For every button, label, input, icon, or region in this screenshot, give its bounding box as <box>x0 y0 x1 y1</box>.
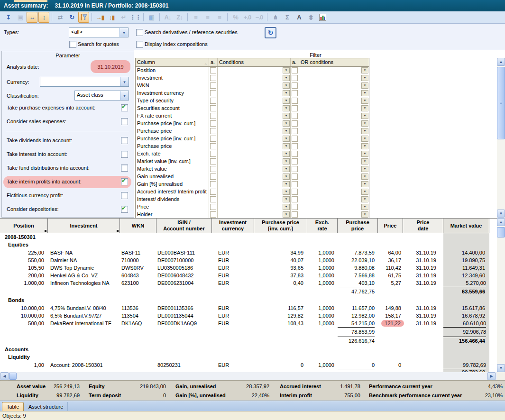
filter-conditions-cell[interactable]: ▼ <box>218 173 291 181</box>
filter-or-checkbox[interactable] <box>292 105 298 111</box>
filter-or-conditions-cell[interactable]: ▼ <box>299 120 369 128</box>
filter-or-checkbox[interactable] <box>292 136 298 142</box>
filter-or-conditions-cell[interactable]: ▼ <box>299 90 369 97</box>
fit-width-icon[interactable]: ↔ <box>27 12 37 23</box>
or-conditions-dropdown-button[interactable]: ▼ <box>361 211 368 218</box>
filter-scrollbar[interactable]: ▲ ≡ ▼ <box>497 58 505 218</box>
filter-header-and[interactable]: a. <box>209 58 218 66</box>
column-header-isin[interactable]: ISIN / Account number <box>156 219 212 233</box>
or-conditions-dropdown-button[interactable]: ▼ <box>361 113 368 119</box>
tab-table[interactable]: Table <box>2 402 24 411</box>
conditions-dropdown-button[interactable]: ▼ <box>283 128 290 134</box>
parameter-option-checkbox[interactable]: ✔ <box>121 104 128 111</box>
add-decimal-icon[interactable]: +.0 <box>242 12 253 23</box>
chart-icon[interactable] <box>317 12 328 23</box>
filter-or-conditions-cell[interactable]: ▼ <box>299 74 369 82</box>
currency-dropdown[interactable]: ▾ <box>40 77 129 87</box>
filter-conditions-cell[interactable]: ▼ <box>218 74 291 82</box>
parameter-option-checkbox[interactable] <box>121 151 128 158</box>
filter-or-checkbox[interactable] <box>292 158 298 164</box>
percent-icon[interactable]: % <box>230 12 241 23</box>
table-row[interactable]: 10.000,006,5% Bundanl.V.97/27113504DE000… <box>0 312 497 320</box>
filter-and-checkbox[interactable] <box>210 75 216 81</box>
filter-or-checkbox[interactable] <box>292 128 298 134</box>
filter-or-conditions-cell[interactable]: ▼ <box>299 165 369 173</box>
or-conditions-dropdown-button[interactable]: ▼ <box>361 151 368 157</box>
filter-conditions-cell[interactable]: ▼ <box>218 158 291 165</box>
conditions-dropdown-button[interactable]: ▼ <box>283 90 290 96</box>
sum-icon[interactable]: Σ <box>282 12 293 23</box>
or-conditions-dropdown-button[interactable]: ▼ <box>361 181 368 187</box>
return-icon[interactable]: ↵ <box>118 12 129 23</box>
parameter-option-checkbox[interactable]: ✔ <box>121 178 128 185</box>
filter-or-conditions-cell[interactable]: ▼ <box>299 112 369 120</box>
scroll-left-icon[interactable]: ◀ <box>0 372 9 380</box>
filter-conditions-cell[interactable]: ▼ <box>218 135 291 143</box>
filter-and-checkbox[interactable] <box>210 189 216 195</box>
parameter-option-checkbox[interactable] <box>121 137 128 144</box>
filter-or-conditions-cell[interactable]: ▼ <box>299 158 369 165</box>
filter-conditions-cell[interactable]: ▼ <box>218 181 291 188</box>
filter-and-checkbox[interactable] <box>210 158 216 164</box>
analysis-date-field[interactable]: 31.10.2019 <box>92 62 129 72</box>
filter-conditions-cell[interactable]: ▼ <box>218 143 291 150</box>
filter-conditions-cell[interactable]: ▼ <box>218 128 291 135</box>
filter-or-checkbox[interactable] <box>292 196 298 202</box>
filter-and-checkbox[interactable] <box>210 211 216 218</box>
filter-or-checkbox[interactable] <box>292 75 298 81</box>
filter-or-checkbox[interactable] <box>292 113 298 119</box>
table-scrollbar-horizontal[interactable]: ◀ ▶ <box>0 372 505 380</box>
sort-az-icon[interactable]: A↓ <box>162 12 173 23</box>
or-conditions-dropdown-button[interactable]: ▼ <box>361 90 368 96</box>
filter-header-column[interactable]: Column▵ <box>136 58 209 66</box>
filter-header-or-conditions[interactable]: OR conditions <box>299 58 369 66</box>
filter-or-checkbox[interactable] <box>292 98 298 104</box>
filter-or-checkbox[interactable] <box>292 90 298 96</box>
table-row[interactable]: 10.000,004,75% Bundanl.V. 08/40113536DE0… <box>0 304 497 312</box>
parameter-option-checkbox[interactable]: ✔ <box>121 206 128 213</box>
conditions-dropdown-button[interactable]: ▼ <box>283 211 290 218</box>
filter-conditions-cell[interactable]: ▼ <box>218 67 291 74</box>
filter-header-conditions[interactable]: Conditions <box>218 58 291 66</box>
filter-and-checkbox[interactable] <box>210 181 216 187</box>
filter-settings-icon[interactable]: ⋔ <box>270 12 281 23</box>
or-conditions-dropdown-button[interactable]: ▼ <box>361 173 368 180</box>
series-settings-icon[interactable]: ⋕ <box>305 12 316 23</box>
filter-conditions-cell[interactable]: ▼ <box>218 90 291 97</box>
or-conditions-dropdown-button[interactable]: ▼ <box>361 67 368 73</box>
filter-or-checkbox[interactable] <box>292 120 298 127</box>
chevron-down-icon[interactable]: ▾ <box>120 77 129 86</box>
or-conditions-dropdown-button[interactable]: ▼ <box>361 75 368 81</box>
or-conditions-dropdown-button[interactable]: ▼ <box>361 158 368 164</box>
align-center-icon[interactable]: ≡ <box>202 12 213 23</box>
or-conditions-dropdown-button[interactable]: ▼ <box>361 189 368 195</box>
filter-icon[interactable] <box>78 12 89 23</box>
filter-or-conditions-cell[interactable]: ▼ <box>299 188 369 196</box>
column-header-pp_inv[interactable]: Purchase price [inv. curr.] <box>254 219 307 233</box>
column-header-mv[interactable]: Market value <box>443 219 489 233</box>
search-quotes-checkbox[interactable] <box>69 41 76 48</box>
column-header-price[interactable]: Price <box>378 219 403 233</box>
conditions-dropdown-button[interactable]: ▼ <box>283 120 290 127</box>
filter-or-conditions-cell[interactable]: ▼ <box>299 211 369 219</box>
refresh-button[interactable]: ↻ <box>265 27 276 38</box>
filter-or-conditions-cell[interactable]: ▼ <box>299 105 369 112</box>
remove-decimal-icon[interactable]: −.0 <box>254 12 265 23</box>
scroll-up-icon[interactable]: ▲ <box>497 58 505 66</box>
filter-or-checkbox[interactable] <box>292 67 298 73</box>
conditions-dropdown-button[interactable]: ▼ <box>283 82 290 89</box>
filter-and-checkbox[interactable] <box>210 105 216 111</box>
display-index-checkbox[interactable] <box>136 41 143 48</box>
conditions-dropdown-button[interactable]: ▼ <box>283 181 290 187</box>
parameter-option-checkbox[interactable] <box>121 164 128 172</box>
column-header-investment[interactable]: Investment <box>48 219 120 233</box>
conditions-dropdown-button[interactable]: ▼ <box>283 105 290 111</box>
filter-or-conditions-cell[interactable]: ▼ <box>299 203 369 211</box>
filter-or-checkbox[interactable] <box>292 151 298 157</box>
filter-and-checkbox[interactable] <box>210 113 216 119</box>
conditions-dropdown-button[interactable]: ▼ <box>283 136 290 142</box>
filter-or-checkbox[interactable] <box>292 173 298 180</box>
refresh-icon[interactable]: ↻ <box>66 12 77 23</box>
filter-and-checkbox[interactable] <box>210 67 216 73</box>
chevron-down-icon[interactable]: ▾ <box>119 28 128 37</box>
